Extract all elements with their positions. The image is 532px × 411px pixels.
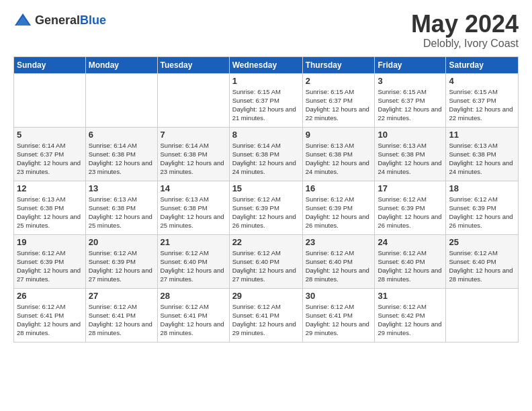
- day-info: Sunrise: 6:14 AMSunset: 6:38 PMDaylight:…: [232, 141, 300, 177]
- header-thursday: Thursday: [302, 56, 375, 73]
- calendar-cell: 25Sunrise: 6:12 AMSunset: 6:40 PMDayligh…: [446, 234, 519, 288]
- day-info: Sunrise: 6:12 AMSunset: 6:39 PMDaylight:…: [378, 195, 443, 230]
- day-info: Sunrise: 6:12 AMSunset: 6:39 PMDaylight:…: [306, 195, 372, 230]
- calendar-cell: 14Sunrise: 6:13 AMSunset: 6:38 PMDayligh…: [157, 181, 229, 234]
- day-info: Sunrise: 6:12 AMSunset: 6:40 PMDaylight:…: [378, 248, 443, 284]
- calendar-cell: 27Sunrise: 6:12 AMSunset: 6:41 PMDayligh…: [85, 288, 157, 342]
- day-info: Sunrise: 6:12 AMSunset: 6:41 PMDaylight:…: [17, 302, 83, 338]
- day-number: 13: [89, 183, 154, 193]
- day-number: 3: [378, 76, 443, 86]
- day-info: Sunrise: 6:12 AMSunset: 6:39 PMDaylight:…: [232, 195, 300, 230]
- calendar-cell: 5Sunrise: 6:14 AMSunset: 6:37 PMDaylight…: [14, 127, 86, 181]
- logo-blue: Blue: [80, 13, 106, 27]
- header-friday: Friday: [375, 56, 446, 73]
- header-wednesday: Wednesday: [229, 56, 302, 73]
- logo: GeneralBlue: [13, 11, 106, 30]
- calendar-cell: 9Sunrise: 6:13 AMSunset: 6:38 PMDaylight…: [302, 127, 375, 181]
- calendar-cell: [446, 288, 519, 342]
- weekday-header-row: Sunday Monday Tuesday Wednesday Thursday…: [14, 56, 519, 73]
- calendar-cell: 20Sunrise: 6:12 AMSunset: 6:39 PMDayligh…: [85, 234, 157, 288]
- day-info: Sunrise: 6:12 AMSunset: 6:41 PMDaylight:…: [232, 302, 300, 338]
- day-number: 8: [232, 130, 300, 140]
- day-info: Sunrise: 6:12 AMSunset: 6:39 PMDaylight:…: [89, 248, 154, 284]
- calendar-cell: 19Sunrise: 6:12 AMSunset: 6:39 PMDayligh…: [14, 234, 86, 288]
- day-info: Sunrise: 6:12 AMSunset: 6:39 PMDaylight:…: [17, 248, 83, 284]
- calendar-cell: 12Sunrise: 6:13 AMSunset: 6:38 PMDayligh…: [14, 181, 86, 234]
- day-info: Sunrise: 6:13 AMSunset: 6:38 PMDaylight:…: [378, 141, 443, 177]
- calendar-cell: 30Sunrise: 6:12 AMSunset: 6:41 PMDayligh…: [302, 288, 375, 342]
- calendar-cell: 8Sunrise: 6:14 AMSunset: 6:38 PMDaylight…: [229, 127, 302, 181]
- logo-general: General: [35, 13, 80, 27]
- logo-text: GeneralBlue: [35, 13, 106, 28]
- day-info: Sunrise: 6:13 AMSunset: 6:38 PMDaylight:…: [17, 195, 83, 230]
- day-number: 29: [232, 291, 300, 301]
- day-number: 19: [17, 237, 83, 247]
- calendar-cell: 2Sunrise: 6:15 AMSunset: 6:37 PMDaylight…: [302, 73, 375, 127]
- calendar-location: Delobly, Ivory Coast: [411, 38, 519, 50]
- calendar-cell: 10Sunrise: 6:13 AMSunset: 6:38 PMDayligh…: [375, 127, 446, 181]
- calendar-cell: 6Sunrise: 6:14 AMSunset: 6:38 PMDaylight…: [85, 127, 157, 181]
- day-number: 21: [161, 237, 226, 247]
- calendar-cell: [85, 73, 157, 127]
- day-number: 17: [378, 183, 443, 193]
- day-info: Sunrise: 6:12 AMSunset: 6:41 PMDaylight:…: [306, 302, 372, 338]
- day-info: Sunrise: 6:14 AMSunset: 6:37 PMDaylight:…: [17, 141, 83, 177]
- header-tuesday: Tuesday: [157, 56, 229, 73]
- day-info: Sunrise: 6:13 AMSunset: 6:38 PMDaylight:…: [161, 195, 226, 230]
- calendar-week-3: 12Sunrise: 6:13 AMSunset: 6:38 PMDayligh…: [14, 181, 519, 234]
- day-number: 18: [449, 183, 515, 193]
- day-number: 31: [378, 291, 443, 301]
- title-area: May 2024 Delobly, Ivory Coast: [411, 11, 519, 50]
- day-info: Sunrise: 6:12 AMSunset: 6:39 PMDaylight:…: [449, 195, 515, 230]
- page: GeneralBlue May 2024 Delobly, Ivory Coas…: [0, 0, 532, 349]
- day-info: Sunrise: 6:12 AMSunset: 6:41 PMDaylight:…: [89, 302, 154, 338]
- calendar-cell: 23Sunrise: 6:12 AMSunset: 6:40 PMDayligh…: [302, 234, 375, 288]
- day-number: 10: [378, 130, 443, 140]
- day-number: 28: [161, 291, 226, 301]
- day-number: 26: [17, 291, 83, 301]
- day-number: 7: [161, 130, 226, 140]
- calendar-cell: [157, 73, 229, 127]
- day-info: Sunrise: 6:13 AMSunset: 6:38 PMDaylight:…: [449, 141, 515, 177]
- calendar-cell: 26Sunrise: 6:12 AMSunset: 6:41 PMDayligh…: [14, 288, 86, 342]
- day-info: Sunrise: 6:13 AMSunset: 6:38 PMDaylight:…: [89, 195, 154, 230]
- calendar-cell: 21Sunrise: 6:12 AMSunset: 6:40 PMDayligh…: [157, 234, 229, 288]
- day-info: Sunrise: 6:12 AMSunset: 6:40 PMDaylight:…: [449, 248, 515, 284]
- day-number: 22: [232, 237, 300, 247]
- day-info: Sunrise: 6:15 AMSunset: 6:37 PMDaylight:…: [378, 87, 443, 123]
- day-info: Sunrise: 6:14 AMSunset: 6:38 PMDaylight:…: [161, 141, 226, 177]
- day-info: Sunrise: 6:12 AMSunset: 6:40 PMDaylight:…: [161, 248, 226, 284]
- day-number: 12: [17, 183, 83, 193]
- calendar-cell: 11Sunrise: 6:13 AMSunset: 6:38 PMDayligh…: [446, 127, 519, 181]
- calendar-cell: 4Sunrise: 6:15 AMSunset: 6:37 PMDaylight…: [446, 73, 519, 127]
- day-number: 24: [378, 237, 443, 247]
- logo-icon: [13, 11, 32, 30]
- day-number: 27: [89, 291, 154, 301]
- day-number: 16: [306, 183, 372, 193]
- calendar-cell: 13Sunrise: 6:13 AMSunset: 6:38 PMDayligh…: [85, 181, 157, 234]
- day-number: 14: [161, 183, 226, 193]
- day-number: 23: [306, 237, 372, 247]
- day-number: 6: [89, 130, 154, 140]
- calendar-cell: 22Sunrise: 6:12 AMSunset: 6:40 PMDayligh…: [229, 234, 302, 288]
- calendar-cell: 24Sunrise: 6:12 AMSunset: 6:40 PMDayligh…: [375, 234, 446, 288]
- day-number: 2: [306, 76, 372, 86]
- day-number: 15: [232, 183, 300, 193]
- header-monday: Monday: [85, 56, 157, 73]
- day-info: Sunrise: 6:12 AMSunset: 6:41 PMDaylight:…: [161, 302, 226, 338]
- day-info: Sunrise: 6:12 AMSunset: 6:40 PMDaylight:…: [232, 248, 300, 284]
- calendar-cell: 15Sunrise: 6:12 AMSunset: 6:39 PMDayligh…: [229, 181, 302, 234]
- calendar-cell: 16Sunrise: 6:12 AMSunset: 6:39 PMDayligh…: [302, 181, 375, 234]
- day-number: 11: [449, 130, 515, 140]
- day-info: Sunrise: 6:15 AMSunset: 6:37 PMDaylight:…: [449, 87, 515, 123]
- day-number: 9: [306, 130, 372, 140]
- day-number: 20: [89, 237, 154, 247]
- day-info: Sunrise: 6:12 AMSunset: 6:42 PMDaylight:…: [378, 302, 443, 338]
- calendar-cell: 17Sunrise: 6:12 AMSunset: 6:39 PMDayligh…: [375, 181, 446, 234]
- header-sunday: Sunday: [14, 56, 86, 73]
- day-number: 5: [17, 130, 83, 140]
- day-info: Sunrise: 6:15 AMSunset: 6:37 PMDaylight:…: [232, 87, 300, 123]
- calendar-week-1: 1Sunrise: 6:15 AMSunset: 6:37 PMDaylight…: [14, 73, 519, 127]
- calendar-cell: 1Sunrise: 6:15 AMSunset: 6:37 PMDaylight…: [229, 73, 302, 127]
- calendar-cell: 7Sunrise: 6:14 AMSunset: 6:38 PMDaylight…: [157, 127, 229, 181]
